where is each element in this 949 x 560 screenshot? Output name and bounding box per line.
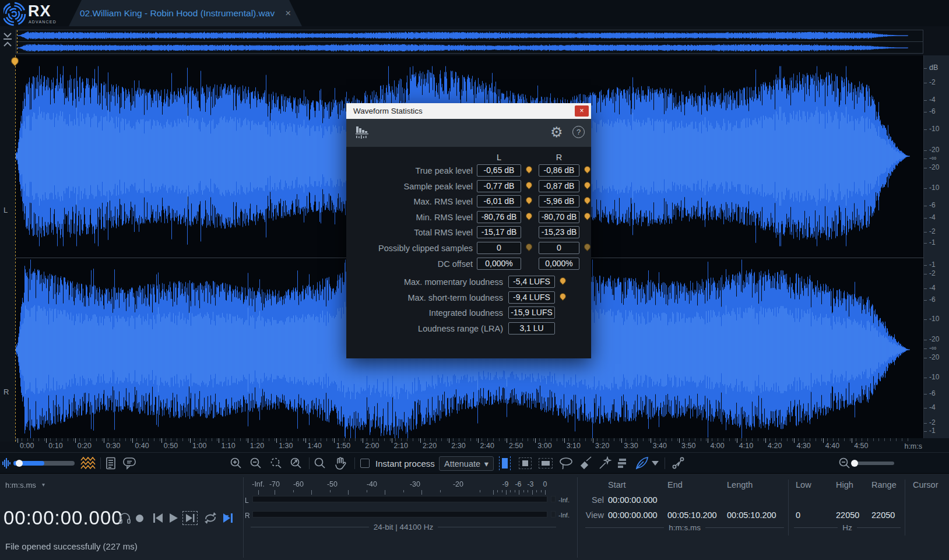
marker-pin-icon[interactable] <box>525 165 534 174</box>
instant-process-checkbox[interactable] <box>360 457 370 470</box>
marker-pin-icon[interactable] <box>525 180 534 189</box>
loudness-label: Loudness range (LRA) <box>418 324 503 333</box>
playhead-line[interactable] <box>15 55 16 442</box>
document-info-icon[interactable] <box>105 457 117 470</box>
stat-value-right[interactable]: -0,86 dB <box>539 164 579 177</box>
stat-value-left[interactable]: -0,77 dB <box>477 180 521 192</box>
volume-slider[interactable] <box>13 461 75 466</box>
zoom-in-icon[interactable] <box>230 457 242 470</box>
marker-pin-icon[interactable] <box>525 196 534 205</box>
view-end-value[interactable]: 00:05:10.200 <box>667 510 717 520</box>
marker-pin-icon[interactable] <box>583 242 592 252</box>
skip-to-start-button[interactable] <box>152 511 164 525</box>
zoom-out-icon[interactable] <box>249 457 262 470</box>
comment-icon[interactable] <box>122 457 136 470</box>
stat-value-left[interactable]: -80,76 dB <box>477 211 521 223</box>
loudness-value[interactable]: 3,1 LU <box>508 322 555 334</box>
level-meter-right[interactable] <box>252 511 547 517</box>
loudness-value[interactable]: -15,9 LUFS <box>508 307 555 319</box>
signal-chain-icon[interactable] <box>672 457 686 470</box>
lasso-selection-tool-icon[interactable] <box>558 457 574 470</box>
sel-start-value[interactable]: 00:00:00.000 <box>608 495 658 505</box>
monitor-headphones-icon[interactable] <box>118 511 131 525</box>
record-button[interactable] <box>136 511 143 525</box>
help-icon[interactable]: ? <box>572 126 585 138</box>
play-to-end-button[interactable] <box>222 511 234 525</box>
hand-tool-icon[interactable] <box>333 457 347 470</box>
marker-pin-icon[interactable] <box>558 276 568 286</box>
time-ruler[interactable]: h:m:s 0:000:100:200:300:400:501:001:101:… <box>16 438 949 452</box>
stat-value-right[interactable]: 0 <box>539 242 579 254</box>
marker-pin-icon[interactable] <box>583 196 592 205</box>
adjust-lists-icon[interactable] <box>617 457 628 470</box>
marker-pin-icon[interactable] <box>583 165 592 174</box>
stat-value-left[interactable]: -0,65 dB <box>477 164 521 177</box>
dialog-titlebar[interactable]: Waveform Statistics × <box>346 103 591 119</box>
stat-value-right[interactable]: -80,70 dB <box>539 211 579 223</box>
settings-gear-icon[interactable]: ⚙ <box>550 124 563 141</box>
zoom-fit-icon[interactable] <box>289 457 303 470</box>
file-tab[interactable]: 02.William King - Robin Hood (Instrument… <box>69 0 302 26</box>
loudness-value[interactable]: -9,4 LUFS <box>508 291 555 304</box>
stat-value-right[interactable]: 0,000% <box>539 258 579 270</box>
marker-pin-icon[interactable] <box>583 180 592 189</box>
frequency-selection-tool[interactable] <box>539 457 553 470</box>
play-button[interactable] <box>168 511 179 525</box>
stat-value-left[interactable]: -6,01 dB <box>477 195 521 207</box>
marker-pin-icon[interactable] <box>525 242 534 252</box>
magnifier-tool-icon[interactable] <box>314 457 326 470</box>
ruler-label: 3:20 <box>595 442 609 450</box>
stat-label: Sample peak level <box>404 182 473 191</box>
overview-waveform-left[interactable] <box>17 31 922 40</box>
process-select[interactable]: Attenuate ▾ <box>439 456 494 471</box>
view-length-value[interactable]: 00:05:10.200 <box>727 510 776 520</box>
overview-waveform[interactable] <box>16 30 923 54</box>
db-unit-label: dB <box>929 64 938 72</box>
ruler-major-tick <box>305 438 306 443</box>
view-start-value[interactable]: 00:00:00.000 <box>608 510 658 520</box>
horizontal-zoom-slider[interactable] <box>852 462 894 465</box>
ruler-label: 2:00 <box>365 442 379 450</box>
marker-pin-icon[interactable] <box>558 291 568 301</box>
dialog-close-button[interactable]: × <box>575 105 589 117</box>
ruler-label: 4:00 <box>710 442 724 450</box>
stat-value-left[interactable]: 0,000% <box>477 258 521 270</box>
feather-dropdown-caret[interactable] <box>651 457 659 470</box>
loudness-value[interactable]: -5,4 LUFS <box>508 276 555 288</box>
feather-edges-icon[interactable] <box>634 457 649 470</box>
output-levels-icon[interactable] <box>2 457 12 470</box>
time-format-selector[interactable]: h:m:s.ms <box>5 481 36 489</box>
tab-close-icon[interactable]: × <box>285 8 291 19</box>
marker-pin-icon[interactable] <box>583 212 592 221</box>
level-meter-left[interactable] <box>252 496 547 502</box>
stat-value-right[interactable]: -0,87 dB <box>539 180 579 192</box>
stat-value-right[interactable]: -5,96 dB <box>539 195 579 207</box>
ruler-unit: h:m:s <box>904 442 922 450</box>
stat-value-left[interactable]: -15,17 dB <box>477 226 521 238</box>
magic-wand-tool-icon[interactable] <box>598 457 612 470</box>
file-tab-label: 02.William King - Robin Hood (Instrument… <box>80 8 275 19</box>
playhead-time-display[interactable]: 00:00:00.000 <box>3 507 123 529</box>
volume-slider-knob[interactable] <box>16 460 23 467</box>
time-format-caret-icon[interactable]: ▾ <box>42 481 45 488</box>
stat-value-right[interactable]: -15,23 dB <box>539 226 579 238</box>
spectrogram-waveform-toggle-icon[interactable] <box>80 457 96 470</box>
view-low-freq-value[interactable]: 0 <box>796 510 800 520</box>
time-frequency-selection-tool[interactable] <box>519 457 532 470</box>
marker-pin-icon[interactable] <box>525 212 534 221</box>
stat-value-left[interactable]: 0 <box>477 242 521 254</box>
horizontal-zoom-out-icon[interactable] <box>838 457 851 470</box>
stat-label: Max. RMS level <box>413 197 473 206</box>
loop-playback-button[interactable] <box>203 511 217 525</box>
overview-waveform-right[interactable] <box>17 43 922 52</box>
brush-tool-icon[interactable] <box>579 457 593 470</box>
horizontal-zoom-knob[interactable] <box>851 460 858 467</box>
titlebar: RX ADVANCED 02.William King - Robin Hood… <box>0 0 949 26</box>
zoom-selection-icon[interactable] <box>269 457 283 470</box>
play-selection-button[interactable] <box>182 511 198 525</box>
time-selection-tool[interactable] <box>499 457 511 470</box>
view-high-freq-value[interactable]: 22050 <box>836 510 859 520</box>
view-range-freq-value[interactable]: 22050 <box>871 510 895 520</box>
histogram-icon[interactable] <box>356 125 371 141</box>
collapse-panels-icon[interactable] <box>2 32 13 47</box>
